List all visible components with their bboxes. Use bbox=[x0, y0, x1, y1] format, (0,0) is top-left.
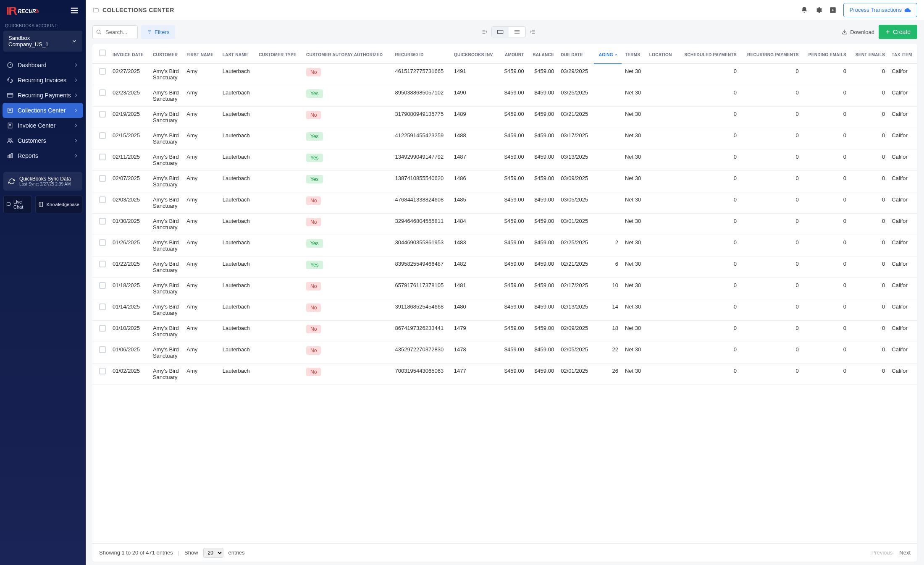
row-checkbox[interactable] bbox=[99, 89, 106, 96]
search-icon bbox=[96, 29, 102, 35]
sidebar-item-collections-center[interactable]: Collections Center bbox=[3, 103, 83, 118]
cell-ln: Lauterbach bbox=[219, 192, 255, 214]
row-checkbox[interactable] bbox=[99, 111, 106, 118]
table-row[interactable]: 02/23/2025Amy's Bird SanctuaryAmyLauterb… bbox=[92, 85, 917, 107]
row-checkbox[interactable] bbox=[99, 218, 106, 225]
account-dropdown[interactable]: Sandbox Company_US_1 bbox=[3, 31, 82, 52]
sidebar-item-recurring-invoices[interactable]: Recurring Invoices bbox=[3, 73, 83, 88]
col-due-date[interactable]: DUE DATE bbox=[557, 44, 593, 64]
table-row[interactable]: 01/06/2025Amy's Bird SanctuaryAmyLauterb… bbox=[92, 342, 917, 364]
collapse-icon[interactable] bbox=[481, 29, 488, 35]
col-aging[interactable]: AGING bbox=[594, 44, 622, 64]
download-button[interactable]: Download bbox=[842, 29, 874, 35]
cell-ctype bbox=[255, 64, 303, 85]
cell-amt: $459.00 bbox=[499, 107, 528, 128]
row-checkbox[interactable] bbox=[99, 303, 106, 310]
col-scheduled-payments[interactable]: SCHEDULED PAYMENTS bbox=[677, 44, 740, 64]
col-invoice-date[interactable]: INVOICE DATE bbox=[109, 44, 150, 64]
knowledgebase-button[interactable]: Knowledgebase bbox=[35, 196, 82, 213]
prev-button[interactable]: Previous bbox=[872, 549, 893, 556]
cell-sp: 0 bbox=[677, 214, 740, 235]
sidebar-item-invoice-center[interactable]: Invoice Center bbox=[3, 118, 83, 133]
table-row[interactable]: 01/22/2025Amy's Bird SanctuaryAmyLauterb… bbox=[92, 256, 917, 278]
bell-icon[interactable] bbox=[801, 6, 808, 14]
table-row[interactable]: 01/02/2025Amy's Bird SanctuaryAmyLauterb… bbox=[92, 364, 917, 385]
menu-toggle-icon[interactable] bbox=[70, 6, 79, 16]
cell-ctype bbox=[255, 128, 303, 149]
cell-se: 0 bbox=[850, 128, 888, 149]
cell-ctype bbox=[255, 149, 303, 171]
cell-se: 0 bbox=[850, 192, 888, 214]
col-terms[interactable]: TERMS bbox=[622, 44, 646, 64]
table-row[interactable]: 02/11/2025Amy's Bird SanctuaryAmyLauterb… bbox=[92, 149, 917, 171]
table-row[interactable]: 02/07/2025Amy's Bird SanctuaryAmyLauterb… bbox=[92, 171, 917, 192]
gear-icon[interactable] bbox=[815, 6, 822, 14]
table-row[interactable]: 02/19/2025Amy's Bird SanctuaryAmyLauterb… bbox=[92, 107, 917, 128]
row-checkbox[interactable] bbox=[99, 154, 106, 160]
table-row[interactable]: 01/30/2025Amy's Bird SanctuaryAmyLauterb… bbox=[92, 214, 917, 235]
sync-button[interactable]: QuickBooks Sync Data Last Sync: 2/27/25 … bbox=[3, 172, 82, 191]
view-list-button[interactable] bbox=[509, 27, 525, 37]
table-row[interactable]: 02/03/2025Amy's Bird SanctuaryAmyLauterb… bbox=[92, 192, 917, 214]
col-amount[interactable]: AMOUNT bbox=[499, 44, 528, 64]
col-customer[interactable]: CUSTOMER bbox=[150, 44, 183, 64]
svg-rect-16 bbox=[8, 156, 9, 158]
row-checkbox[interactable] bbox=[99, 196, 106, 203]
table-row[interactable]: 01/10/2025Amy's Bird SanctuaryAmyLauterb… bbox=[92, 321, 917, 342]
col-customer-autopay-authorized[interactable]: CUSTOMER AUTOPAY AUTHORIZED bbox=[303, 44, 391, 64]
plus-box-icon[interactable] bbox=[829, 6, 837, 14]
cell-pe: 0 bbox=[802, 364, 850, 385]
process-transactions-button[interactable]: Process Transactions bbox=[843, 3, 917, 17]
row-checkbox[interactable] bbox=[99, 346, 106, 353]
col-location[interactable]: LOCATION bbox=[646, 44, 677, 64]
table-row[interactable]: 01/14/2025Amy's Bird SanctuaryAmyLauterb… bbox=[92, 299, 917, 321]
col-first-name[interactable]: FIRST NAME bbox=[183, 44, 219, 64]
row-checkbox[interactable] bbox=[99, 239, 106, 246]
col-recurring-payments[interactable]: RECURRING PAYMENTS bbox=[740, 44, 802, 64]
cell-date: 02/03/2025 bbox=[109, 192, 150, 214]
col-recur360-id[interactable]: RECUR360 ID bbox=[391, 44, 450, 64]
col-last-name[interactable]: LAST NAME bbox=[219, 44, 255, 64]
row-checkbox[interactable] bbox=[99, 175, 106, 182]
sidebar-item-label: Collections Center bbox=[18, 107, 66, 114]
create-button[interactable]: Create bbox=[879, 25, 917, 39]
cell-tax: Califor bbox=[888, 128, 917, 149]
page-size-select[interactable]: 20 bbox=[203, 548, 223, 558]
view-card-button[interactable] bbox=[492, 27, 509, 37]
row-checkbox[interactable] bbox=[99, 68, 106, 75]
table-row[interactable]: 01/18/2025Amy's Bird SanctuaryAmyLauterb… bbox=[92, 278, 917, 299]
row-checkbox[interactable] bbox=[99, 261, 106, 267]
sidebar-item-reports[interactable]: Reports bbox=[3, 148, 83, 163]
col-sent-emails[interactable]: SENT EMAILS bbox=[850, 44, 888, 64]
sidebar-item-recurring-payments[interactable]: Recurring Payments bbox=[3, 88, 83, 103]
col-quickbooks-inv[interactable]: QUICKBOOKS INV bbox=[451, 44, 499, 64]
next-button[interactable]: Next bbox=[899, 549, 911, 556]
table-row[interactable]: 01/26/2025Amy's Bird SanctuaryAmyLauterb… bbox=[92, 235, 917, 256]
sidebar-item-label: Dashboard bbox=[18, 62, 47, 68]
table-row[interactable]: 02/27/2025Amy's Bird SanctuaryAmyLauterb… bbox=[92, 64, 917, 85]
row-checkbox[interactable] bbox=[99, 132, 106, 139]
showing-text: Showing 1 to 20 of 471 entries bbox=[99, 549, 173, 556]
cell-bal: $459.00 bbox=[528, 364, 557, 385]
sidebar-item-customers[interactable]: Customers bbox=[3, 133, 83, 148]
col-pending-emails[interactable]: PENDING EMAILS bbox=[802, 44, 850, 64]
col-tax-item[interactable]: TAX ITEM bbox=[888, 44, 917, 64]
svg-rect-17 bbox=[10, 154, 11, 158]
col-balance[interactable]: BALANCE bbox=[528, 44, 557, 64]
sidebar-item-dashboard[interactable]: Dashboard bbox=[3, 58, 83, 73]
row-checkbox[interactable] bbox=[99, 368, 106, 374]
filters-button[interactable]: Filters bbox=[141, 25, 175, 39]
table-row[interactable]: 02/15/2025Amy's Bird SanctuaryAmyLauterb… bbox=[92, 128, 917, 149]
cell-amt: $459.00 bbox=[499, 256, 528, 278]
cell-ctype bbox=[255, 299, 303, 321]
live-chat-button[interactable]: Live Chat bbox=[3, 196, 32, 213]
row-checkbox[interactable] bbox=[99, 325, 106, 332]
row-checkbox[interactable] bbox=[99, 282, 106, 289]
select-all-checkbox[interactable] bbox=[99, 50, 106, 56]
cell-rid: 3294646804555811 bbox=[391, 214, 450, 235]
expand-icon[interactable] bbox=[529, 29, 536, 35]
cell-rid: 4768441338824608 bbox=[391, 192, 450, 214]
col-customer-type[interactable]: CUSTOMER TYPE bbox=[255, 44, 303, 64]
cell-amt: $459.00 bbox=[499, 278, 528, 299]
collections-icon bbox=[7, 107, 13, 114]
